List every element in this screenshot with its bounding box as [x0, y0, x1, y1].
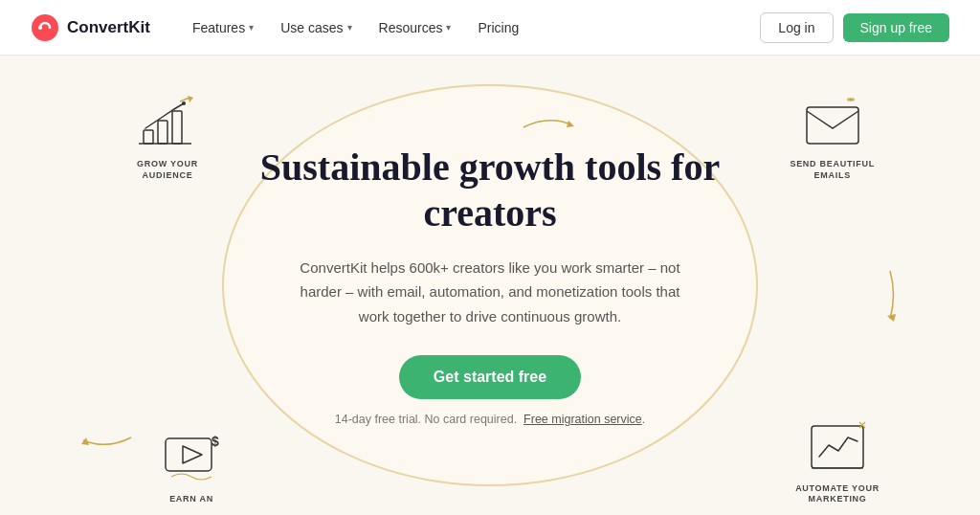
- nav-resources[interactable]: Resources ▾: [368, 14, 463, 41]
- nav-pricing[interactable]: Pricing: [466, 14, 530, 41]
- grow-audience-label: GROW YOUR AUDIENCE: [134, 159, 201, 181]
- illustration-automate: AUTOMATE YOUR MARKETING: [795, 418, 880, 505]
- hero-section: GROW YOUR AUDIENCE SEND BEAUTIFUL EMAILS…: [0, 56, 980, 515]
- logo-icon: [31, 13, 59, 42]
- hero-content: Sustainable growth tools for creators Co…: [241, 145, 739, 427]
- chevron-down-icon: ▾: [249, 22, 254, 33]
- nav-actions: Log in Sign up free: [760, 12, 949, 43]
- migration-link[interactable]: Free migration service: [523, 413, 642, 426]
- chevron-down-icon: ▾: [446, 22, 451, 33]
- svg-rect-20: [812, 426, 863, 468]
- chevron-down-icon: ▾: [347, 22, 352, 33]
- svg-point-0: [32, 14, 58, 41]
- fine-print: 14-day free trial. No card required. Fre…: [241, 413, 739, 426]
- svg-marker-11: [188, 96, 193, 102]
- send-emails-label: SEND BEAUTIFUL EMAILS: [790, 159, 875, 181]
- illustration-send-emails: SEND BEAUTIFUL EMAILS: [790, 94, 875, 181]
- svg-rect-6: [158, 121, 167, 144]
- arrow-top-right-icon: [519, 113, 576, 138]
- svg-rect-17: [166, 438, 212, 471]
- svg-marker-3: [887, 314, 896, 322]
- illustration-earn: $ EARN AN: [158, 429, 225, 505]
- hero-subtitle: ConvertKit helps 600k+ creators like you…: [289, 256, 691, 329]
- svg-point-8: [182, 101, 186, 105]
- arrow-right-icon: [882, 266, 902, 329]
- automate-icon: [804, 418, 871, 476]
- navbar: ConvertKit Features ▾ Use cases ▾ Resour…: [0, 0, 980, 56]
- illustration-grow-audience: GROW YOUR AUDIENCE: [134, 94, 201, 181]
- logo[interactable]: ConvertKit: [31, 13, 150, 42]
- signup-button[interactable]: Sign up free: [843, 13, 950, 42]
- nav-links: Features ▾ Use cases ▾ Resources ▾ Prici…: [181, 14, 760, 41]
- login-button[interactable]: Log in: [760, 12, 833, 43]
- svg-marker-2: [567, 121, 574, 127]
- money-icon: $: [158, 429, 225, 486]
- nav-use-cases[interactable]: Use cases ▾: [269, 14, 363, 41]
- hero-title: Sustainable growth tools for creators: [241, 145, 739, 236]
- automate-label: AUTOMATE YOUR MARKETING: [795, 483, 880, 505]
- svg-marker-18: [183, 446, 202, 463]
- svg-point-1: [38, 26, 42, 30]
- bar-chart-icon: [134, 94, 201, 151]
- svg-rect-5: [144, 130, 153, 144]
- nav-features[interactable]: Features ▾: [181, 14, 265, 41]
- arrow-bottom-left-icon: [78, 433, 136, 458]
- svg-rect-12: [807, 107, 858, 144]
- svg-line-10: [180, 98, 189, 101]
- svg-text:$: $: [212, 434, 219, 449]
- svg-rect-7: [172, 111, 182, 144]
- email-icon: [799, 94, 866, 151]
- earn-label: EARN AN: [158, 494, 225, 505]
- logo-text: ConvertKit: [67, 18, 150, 37]
- get-started-button[interactable]: Get started free: [399, 355, 581, 399]
